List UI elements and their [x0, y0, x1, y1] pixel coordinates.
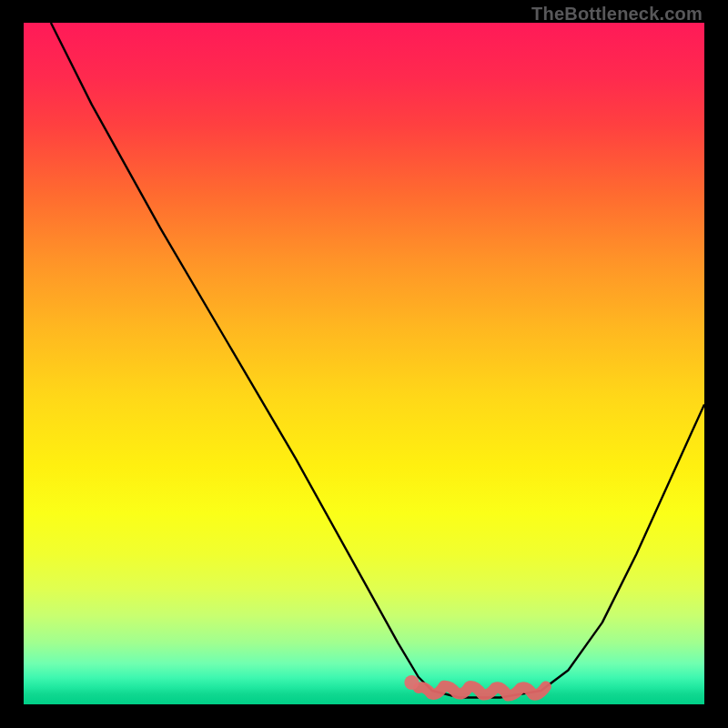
chart-container: TheBottleneck.com	[0, 0, 728, 728]
plot-background-gradient	[24, 23, 704, 704]
attribution-label: TheBottleneck.com	[531, 4, 703, 25]
